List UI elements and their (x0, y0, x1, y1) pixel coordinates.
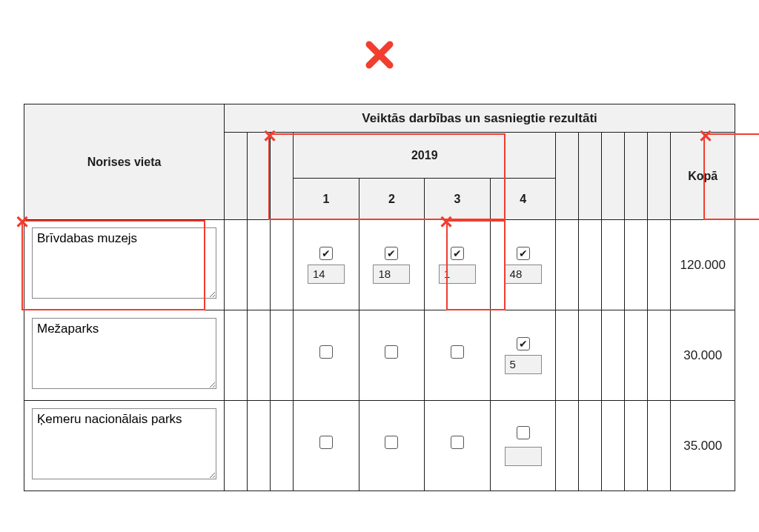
quarter-cell: ✔18 (359, 220, 425, 310)
quarter-cell (490, 401, 556, 491)
header-q1: 1 (294, 179, 359, 220)
bad-example-icon (363, 39, 396, 71)
quarter-value-input[interactable] (505, 447, 542, 466)
name-cell (24, 220, 225, 310)
quarter-cell (425, 401, 491, 491)
quarter-cell (359, 310, 425, 401)
quarter-checkbox[interactable]: ✔ (517, 337, 530, 350)
quarter-cell: ✔5 (490, 310, 556, 401)
quarter-checkbox[interactable] (385, 436, 398, 449)
quarter-cell: ✔48 (490, 220, 556, 310)
quarter-value-input[interactable]: 14 (308, 265, 345, 284)
data-table: Norises vieta Veiktās darbības un sasnie… (24, 104, 735, 491)
quarter-cell (359, 401, 425, 491)
header-q2: 2 (359, 179, 425, 220)
quarter-checkbox[interactable] (319, 345, 333, 359)
venue-name-input[interactable] (32, 318, 216, 389)
name-cell (24, 401, 225, 491)
quarter-checkbox[interactable]: ✔ (451, 247, 464, 260)
quarter-cell: ✔14 (294, 220, 359, 310)
quarter-checkbox[interactable]: ✔ (517, 247, 530, 260)
name-cell (24, 310, 225, 401)
quarter-value-input[interactable]: 1 (439, 265, 476, 284)
header-q4: 4 (490, 179, 556, 220)
quarter-checkbox[interactable] (517, 426, 530, 439)
quarter-cell (294, 310, 359, 401)
header-name: Norises vieta (24, 104, 225, 220)
table-row: ✔14✔18✔1✔48120.000 (24, 220, 735, 310)
quarter-checkbox[interactable] (451, 436, 464, 449)
header-top: Veiktās darbības un sasniegtie rezultāti (225, 104, 735, 133)
header-year: 2019 (294, 133, 556, 179)
quarter-value-input[interactable]: 5 (505, 355, 542, 374)
header-total: Kopā (671, 133, 735, 220)
quarter-value-input[interactable]: 48 (505, 265, 542, 284)
quarter-checkbox[interactable] (385, 345, 398, 359)
table-row: ✔530.000 (24, 310, 735, 401)
quarter-cell: ✔1 (425, 220, 491, 310)
data-table-wrap: Norises vieta Veiktās darbības un sasnie… (24, 104, 735, 491)
row-total: 120.000 (671, 220, 735, 310)
quarter-value-input[interactable]: 18 (373, 265, 410, 284)
quarter-cell (294, 401, 359, 491)
row-total: 30.000 (671, 310, 735, 401)
venue-name-input[interactable] (32, 227, 216, 299)
venue-name-input[interactable] (32, 408, 216, 479)
table-row: 35.000 (24, 401, 735, 491)
quarter-checkbox[interactable] (451, 345, 464, 359)
header-q3: 3 (425, 179, 491, 220)
quarter-checkbox[interactable]: ✔ (319, 247, 333, 260)
row-total: 35.000 (671, 401, 735, 491)
quarter-checkbox[interactable]: ✔ (385, 247, 398, 260)
quarter-checkbox[interactable] (319, 436, 333, 449)
quarter-cell (425, 310, 491, 401)
